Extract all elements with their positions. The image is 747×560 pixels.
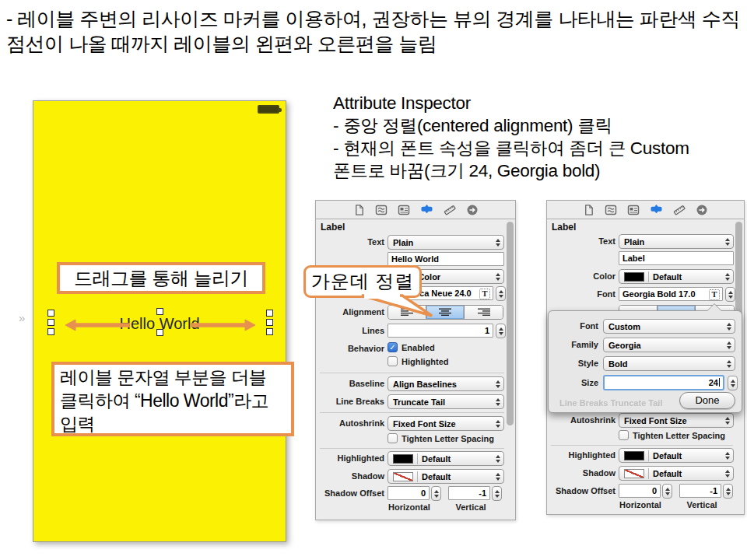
black-swatch xyxy=(393,454,413,464)
text-row-label: Text xyxy=(316,235,384,250)
enabled-checkbox[interactable]: ✓ xyxy=(388,342,398,352)
popover-style-label: Style xyxy=(553,356,598,371)
popover-style-dropdown[interactable]: Bold xyxy=(603,356,735,371)
highlighted-color-dropdown[interactable]: Default xyxy=(619,448,734,463)
identity-inspector-icon[interactable] xyxy=(627,204,640,216)
file-inspector-icon[interactable] xyxy=(353,204,365,216)
shadow-offset-row-label: Shadow Offset xyxy=(547,484,615,499)
popover-family-label: Family xyxy=(553,338,598,352)
dimmed-background-row: Line Breaks Truncate Tail xyxy=(559,398,662,408)
horizontal-label: Horizontal xyxy=(611,500,670,509)
baseline-dropdown[interactable]: Align Baselines xyxy=(388,376,504,391)
tighten-label: Tighten Letter Spacing xyxy=(633,430,725,442)
lines-stepper[interactable] xyxy=(496,324,506,338)
left-arrow-head xyxy=(65,320,75,331)
shadow-color-dropdown[interactable]: Default xyxy=(619,466,734,481)
size-inspector-icon[interactable] xyxy=(444,204,456,216)
resize-handle[interactable] xyxy=(47,328,54,335)
scrollbar[interactable] xyxy=(507,222,514,515)
shadow-offset-h-field[interactable]: 0 xyxy=(619,484,661,498)
autoshrink-row-label: Autoshrink xyxy=(547,413,615,428)
vertical-label: Vertical xyxy=(676,500,728,509)
vertical-label: Vertical xyxy=(445,502,496,512)
shadow-offset-v-stepper[interactable] xyxy=(492,486,502,501)
shadow-offset-v-stepper[interactable] xyxy=(723,484,733,499)
black-swatch xyxy=(624,272,644,282)
shadow-row-label: Shadow xyxy=(547,466,615,481)
text-type-dropdown[interactable]: Plain xyxy=(619,234,734,249)
shadow-offset-v-field[interactable]: -1 xyxy=(679,484,721,498)
quick-help-icon[interactable] xyxy=(375,204,388,216)
highlighted-color-row-label: Highlighted xyxy=(316,451,384,466)
shadow-offset-h-stepper[interactable] xyxy=(662,484,672,499)
connections-inspector-icon[interactable] xyxy=(696,204,708,216)
divider xyxy=(320,373,504,373)
shadow-offset-h-field[interactable]: 0 xyxy=(388,486,430,500)
shadow-color-dropdown[interactable]: Default xyxy=(388,469,504,484)
attributes-inspector-panel-1: Label Text Plain Hello World Black Color… xyxy=(315,200,516,520)
popover-size-stepper[interactable] xyxy=(728,376,738,390)
clear-swatch xyxy=(393,472,413,481)
popover-family-dropdown[interactable]: Georgia xyxy=(603,338,735,352)
resize-handle[interactable] xyxy=(47,310,54,317)
divider xyxy=(320,448,504,449)
color-dropdown[interactable]: Default xyxy=(619,269,734,284)
font-row-label: Font xyxy=(547,287,615,302)
label-text-field[interactable]: Hello World xyxy=(388,252,504,266)
shadow-offset-h-stepper[interactable] xyxy=(431,486,441,501)
font-picker-button[interactable]: T xyxy=(479,289,490,299)
label-text-field[interactable]: Label xyxy=(619,251,734,265)
battery-icon xyxy=(258,105,279,114)
resize-handle[interactable] xyxy=(156,329,163,336)
note-line: - 현재의 폰트 속성을 클릭하여 좀더 큰 Custom xyxy=(333,137,742,159)
font-field[interactable]: Georgia Bold 17.0T xyxy=(619,287,723,301)
highlighted-cb-label: Highlighted xyxy=(402,356,449,368)
ib-canvas-view[interactable]: Hello World 드래그를 통해 늘리기 레이블 문자열 부분을 더블 클… xyxy=(33,100,286,542)
popover-font-dropdown[interactable]: Custom xyxy=(603,319,735,334)
attributes-inspector-icon[interactable] xyxy=(420,204,433,216)
done-button[interactable]: Done xyxy=(679,392,735,409)
autoshrink-dropdown[interactable]: Fixed Font Size xyxy=(388,416,504,431)
font-size-stepper[interactable] xyxy=(725,287,735,302)
tighten-checkbox[interactable] xyxy=(388,433,398,443)
resize-handle[interactable] xyxy=(47,319,54,326)
popover-size-label: Size xyxy=(553,376,598,390)
behavior-row-label: Behavior xyxy=(316,341,384,356)
resize-handle[interactable] xyxy=(266,319,273,326)
center-align-callout-tail xyxy=(354,294,440,320)
resize-handle[interactable] xyxy=(156,308,163,315)
highlighted-checkbox[interactable] xyxy=(388,356,398,366)
text-type-dropdown[interactable]: Plain xyxy=(388,235,504,250)
file-inspector-icon[interactable] xyxy=(583,204,594,216)
tighten-checkbox[interactable] xyxy=(619,430,629,440)
slide-top-note: - 레이블 주변의 리사이즈 마커를 이용하여, 권장하는 뷰의 경계를 나타내… xyxy=(6,6,744,56)
attributes-inspector-icon[interactable] xyxy=(650,204,663,216)
canvas-edge-marker: » xyxy=(19,311,25,324)
shadow-offset-row-label: Shadow Offset xyxy=(316,486,384,501)
lines-field[interactable]: 1 xyxy=(388,324,493,338)
drag-callout: 드래그를 통해 늘리기 xyxy=(57,262,265,294)
linebreaks-dropdown[interactable]: Truncate Tail xyxy=(388,394,504,409)
quick-help-icon[interactable] xyxy=(605,204,617,216)
shadow-offset-v-field[interactable]: -1 xyxy=(448,486,490,500)
divider xyxy=(551,445,733,446)
popover-font-label: Font xyxy=(553,319,598,334)
resize-handle[interactable] xyxy=(266,328,273,335)
resize-handle[interactable] xyxy=(266,310,273,317)
note-line: - 중앙 정렬(centered alignment) 클릭 xyxy=(333,114,742,137)
font-picker-button[interactable]: T xyxy=(709,289,720,300)
black-swatch xyxy=(624,451,644,460)
popover-size-field[interactable]: 24 xyxy=(603,375,724,390)
shadow-row-label: Shadow xyxy=(316,469,384,484)
horizontal-label: Horizontal xyxy=(380,502,439,512)
font-popover: Font Custom Family Georgia Style Bold Si… xyxy=(548,310,742,413)
linebreaks-row-label: Line Breaks xyxy=(316,394,384,409)
align-right-button[interactable] xyxy=(465,306,503,319)
font-size-stepper[interactable] xyxy=(496,286,506,301)
connections-inspector-icon[interactable] xyxy=(466,204,479,216)
size-inspector-icon[interactable] xyxy=(673,204,686,216)
center-align-callout: 가운데 정렬 xyxy=(303,265,422,298)
identity-inspector-icon[interactable] xyxy=(398,204,410,216)
highlighted-color-dropdown[interactable]: Default xyxy=(388,451,504,466)
autoshrink-dropdown[interactable]: Fixed Font Size xyxy=(619,413,734,428)
